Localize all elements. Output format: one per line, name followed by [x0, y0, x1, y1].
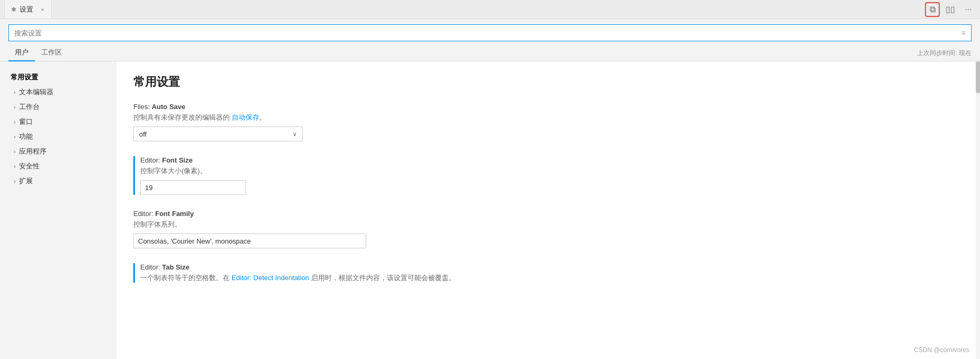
font-size-desc-text: 控制字体大小(像素)。 [140, 167, 207, 175]
font-size-desc: 控制字体大小(像素)。 [140, 166, 963, 176]
filter-icon: ≡ [961, 29, 966, 37]
settings-main-title: 常用设置 [133, 74, 963, 90]
sidebar-label-workbench: 工作台 [19, 102, 40, 112]
dropdown-arrow-icon: ∨ [293, 131, 297, 138]
toggle-sidebar-icon: ▯▯ [946, 4, 955, 14]
tab-user[interactable]: 用户 [8, 44, 35, 61]
sidebar-label-extensions: 扩展 [19, 176, 33, 186]
sidebar-item-text-editor[interactable]: › 文本编辑器 [0, 85, 116, 100]
tab-size-label-prefix: Editor: [140, 263, 162, 271]
tab-bar-right: ⧉ ▯▯ ··· [925, 2, 976, 17]
setting-item-font-family: Editor: Font Family 控制字体系列。 [133, 210, 963, 248]
tab-size-label-main: Tab Size [162, 263, 189, 271]
font-family-label-prefix: Editor: [133, 210, 155, 218]
tab-workspace[interactable]: 工作区 [35, 44, 68, 61]
sidebar-item-application[interactable]: › 应用程序 [0, 144, 116, 159]
scroll-indicator [976, 61, 980, 359]
chevron-right-icon: › [14, 89, 16, 95]
sidebar-label-text-editor: 文本编辑器 [19, 87, 53, 97]
chevron-right-icon: › [14, 104, 16, 110]
chevron-right-icon: › [14, 178, 16, 184]
sidebar-label-security: 安全性 [19, 161, 40, 171]
split-editor-icon: ⧉ [930, 5, 936, 14]
settings-tab[interactable]: ✱ 设置 × [4, 0, 52, 19]
tab-bar: ✱ 设置 × ⧉ ▯▯ ··· [0, 0, 980, 19]
setting-item-font-size: Editor: Font Size 控制字体大小(像素)。 [133, 156, 963, 195]
font-family-label-main: Font Family [155, 210, 194, 218]
auto-save-dropdown[interactable]: off ∨ [133, 127, 303, 141]
toggle-sidebar-button[interactable]: ▯▯ [943, 2, 958, 17]
auto-save-desc-suffix: 。 [259, 113, 266, 121]
watermark: CSDN @cornivores [914, 346, 969, 354]
sidebar-item-window[interactable]: › 窗口 [0, 114, 116, 129]
sync-status: 上次同步时间: 现在 [917, 49, 972, 61]
content-area: 常用设置 › 文本编辑器 › 工作台 › 窗口 › 功能 › 应用程序 [0, 61, 980, 359]
font-size-label: Editor: Font Size [140, 156, 963, 164]
tab-size-desc: 一个制表符等于的空格数。在 Editor: Detect Indentation… [140, 273, 963, 283]
font-size-label-main: Font Size [162, 156, 193, 164]
sidebar-item-security[interactable]: › 安全性 [0, 159, 116, 174]
sidebar-label-window: 窗口 [19, 117, 33, 127]
auto-save-desc-link[interactable]: 自动保存 [232, 113, 259, 121]
auto-save-desc: 控制具有未保存更改的编辑器的 自动保存。 [133, 113, 963, 122]
sidebar-item-extensions[interactable]: › 扩展 [0, 174, 116, 189]
search-bar: ≡ [8, 24, 972, 41]
settings-tabs-row: 用户 工作区 上次同步时间: 现在 [0, 44, 980, 61]
tab-size-label: Editor: Tab Size [140, 263, 963, 271]
sidebar-label-features: 功能 [19, 132, 33, 141]
chevron-right-icon: › [14, 119, 16, 125]
setting-item-auto-save: Files: Auto Save 控制具有未保存更改的编辑器的 自动保存。 of… [133, 103, 963, 141]
tab-size-desc-link[interactable]: Editor: Detect Indentation [232, 274, 310, 282]
font-family-input[interactable] [133, 234, 366, 248]
tab-title: 设置 [20, 5, 33, 14]
search-bar-wrap: ≡ [0, 19, 980, 44]
font-family-desc: 控制字体系列。 [133, 220, 963, 229]
settings-sidebar: 常用设置 › 文本编辑器 › 工作台 › 窗口 › 功能 › 应用程序 [0, 61, 116, 359]
settings-container: ≡ 用户 工作区 上次同步时间: 现在 常用设置 › 文本编辑器 › 工作台 ›… [0, 19, 980, 359]
scroll-thumb[interactable] [976, 61, 980, 93]
search-input[interactable] [14, 29, 966, 37]
more-actions-button[interactable]: ··· [961, 2, 976, 17]
sidebar-label-common: 常用设置 [11, 73, 38, 82]
sidebar-item-features[interactable]: › 功能 [0, 129, 116, 144]
font-family-label: Editor: Font Family [133, 210, 963, 218]
sidebar-item-common[interactable]: 常用设置 [0, 70, 116, 85]
split-editor-button[interactable]: ⧉ [925, 2, 940, 17]
sidebar-item-workbench[interactable]: › 工作台 [0, 100, 116, 114]
auto-save-label: Files: Auto Save [133, 103, 963, 111]
auto-save-value: off [139, 130, 147, 138]
more-actions-icon: ··· [965, 5, 972, 14]
chevron-right-icon: › [14, 163, 16, 169]
star-icon: ✱ [11, 6, 16, 13]
tab-size-desc-after: 启用时，根据文件内容，该设置可能会被覆盖。 [309, 274, 456, 282]
tab-close-button[interactable]: × [40, 5, 45, 14]
chevron-right-icon: › [14, 133, 16, 140]
font-size-input[interactable] [140, 180, 246, 195]
font-family-desc-text: 控制字体系列。 [133, 220, 182, 228]
tab-size-desc-pre: 一个制表符等于的空格数。在 [140, 274, 232, 282]
settings-main-panel: 常用设置 Files: Auto Save 控制具有未保存更改的编辑器的 自动保… [116, 61, 980, 359]
auto-save-label-main: Auto Save [152, 103, 186, 111]
setting-item-tab-size: Editor: Tab Size 一个制表符等于的空格数。在 Editor: D… [133, 263, 963, 283]
chevron-right-icon: › [14, 148, 16, 155]
font-size-label-prefix: Editor: [140, 156, 162, 164]
sidebar-label-application: 应用程序 [19, 147, 47, 156]
auto-save-label-prefix: Files: [133, 103, 152, 111]
auto-save-desc-text: 控制具有未保存更改的编辑器的 [133, 113, 232, 121]
